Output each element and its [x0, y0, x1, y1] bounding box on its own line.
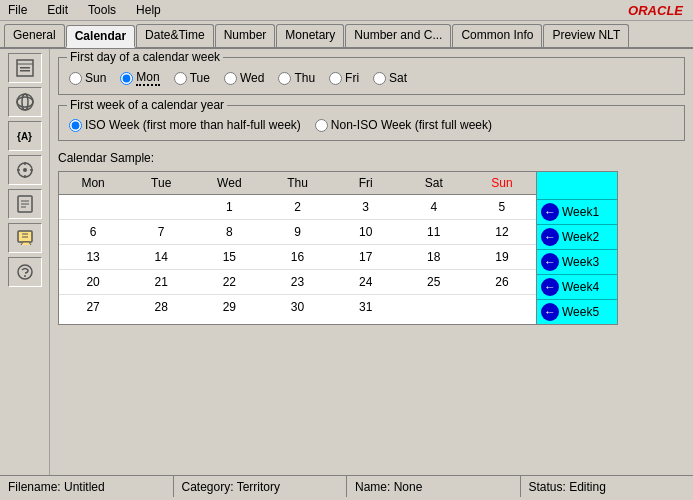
tab-preview-nlt[interactable]: Preview NLT — [543, 24, 629, 47]
sidebar-btn-6[interactable] — [8, 223, 42, 253]
cal-cell-r4-1: 20 — [59, 270, 127, 294]
cal-cell-r4-4: 23 — [263, 270, 331, 294]
cal-header-thu: Thu — [263, 172, 331, 194]
tab-datetime[interactable]: Date&Time — [136, 24, 214, 47]
tab-calendar[interactable]: Calendar — [66, 25, 135, 48]
radio-sat[interactable]: Sat — [373, 71, 407, 85]
cal-cell-r1-3: 1 — [195, 195, 263, 219]
cal-cell-r3-5: 17 — [332, 245, 400, 269]
cal-header-fri: Fri — [332, 172, 400, 194]
cal-cell-r5-3: 29 — [195, 295, 263, 319]
week-arrow-2: ← — [541, 228, 559, 246]
radio-non-iso-week[interactable]: Non-ISO Week (first full week) — [315, 118, 492, 132]
content-area: First day of a calendar week Sun Mon Tue… — [50, 49, 693, 475]
first-week-title: First week of a calendar year — [67, 98, 227, 112]
week-arrow-1: ← — [541, 203, 559, 221]
week-item-2[interactable]: ← Week2 — [537, 225, 617, 250]
cal-cell-r2-6: 11 — [400, 220, 468, 244]
cal-cell-r2-7: 12 — [468, 220, 536, 244]
status-filename: Filename: Untitled — [0, 476, 174, 497]
tab-bar: General Calendar Date&Time Number Moneta… — [0, 21, 693, 49]
svg-rect-2 — [20, 67, 30, 69]
cal-cell-r5-1: 27 — [59, 295, 127, 319]
radio-sun[interactable]: Sun — [69, 71, 106, 85]
cal-cell-r4-5: 24 — [332, 270, 400, 294]
sidebar-btn-3[interactable]: {A} — [8, 121, 42, 151]
week-arrow-3: ← — [541, 253, 559, 271]
menu-file[interactable]: File — [4, 2, 31, 18]
cal-cell-r3-1: 13 — [59, 245, 127, 269]
sidebar-btn-5[interactable] — [8, 189, 42, 219]
first-week-radio-row: ISO Week (first more than half-full week… — [69, 114, 674, 132]
cal-cell-r2-5: 10 — [332, 220, 400, 244]
cal-cell-r5-2: 28 — [127, 295, 195, 319]
cal-row-5: 27 28 29 30 31 — [59, 295, 536, 319]
status-editing: Status: Editing — [521, 476, 694, 497]
radio-sun-label: Sun — [85, 71, 106, 85]
cal-cell-r3-6: 18 — [400, 245, 468, 269]
cal-header-mon: Mon — [59, 172, 127, 194]
sidebar-btn-2[interactable] — [8, 87, 42, 117]
week-arrow-5: ← — [541, 303, 559, 321]
cal-cell-r1-7: 5 — [468, 195, 536, 219]
radio-non-iso-week-label: Non-ISO Week (first full week) — [331, 118, 492, 132]
tab-general[interactable]: General — [4, 24, 65, 47]
radio-fri-label: Fri — [345, 71, 359, 85]
cal-cell-r4-6: 25 — [400, 270, 468, 294]
week-label-2: Week2 — [562, 230, 599, 244]
week-label-1: Week1 — [562, 205, 599, 219]
tab-common-info[interactable]: Common Info — [452, 24, 542, 47]
cal-row-2: 6 7 8 9 10 11 12 — [59, 220, 536, 245]
tab-number-c[interactable]: Number and C... — [345, 24, 451, 47]
svg-point-4 — [17, 97, 33, 107]
tab-number[interactable]: Number — [215, 24, 276, 47]
week-item-1[interactable]: ← Week1 — [537, 200, 617, 225]
menu-tools[interactable]: Tools — [84, 2, 120, 18]
sidebar: {A} — [0, 49, 50, 475]
menu-edit[interactable]: Edit — [43, 2, 72, 18]
cal-header-tue: Tue — [127, 172, 195, 194]
cal-cell-r2-2: 7 — [127, 220, 195, 244]
radio-fri[interactable]: Fri — [329, 71, 359, 85]
sidebar-btn-4[interactable] — [8, 155, 42, 185]
status-category: Category: Territory — [174, 476, 348, 497]
radio-iso-week[interactable]: ISO Week (first more than half-full week… — [69, 118, 301, 132]
radio-sat-label: Sat — [389, 71, 407, 85]
week-item-5[interactable]: ← Week5 — [537, 300, 617, 324]
sidebar-btn-1[interactable] — [8, 53, 42, 83]
radio-tue[interactable]: Tue — [174, 71, 210, 85]
cal-cell-r5-7 — [468, 295, 536, 319]
week-label-3: Week3 — [562, 255, 599, 269]
first-day-group: First day of a calendar week Sun Mon Tue… — [58, 57, 685, 95]
radio-mon-label: Mon — [136, 70, 159, 86]
radio-wed[interactable]: Wed — [224, 71, 264, 85]
cal-cell-r5-4: 30 — [263, 295, 331, 319]
week-item-4[interactable]: ← Week4 — [537, 275, 617, 300]
status-name: Name: None — [347, 476, 521, 497]
first-day-title: First day of a calendar week — [67, 50, 223, 64]
cal-row-4: 20 21 22 23 24 25 26 — [59, 270, 536, 295]
week-label-5: Week5 — [562, 305, 599, 319]
week-label-4: Week4 — [562, 280, 599, 294]
calendar-sample-label: Calendar Sample: — [58, 151, 685, 165]
calendar-grid: Mon Tue Wed Thu Fri Sat Sun 1 2 3 — [59, 172, 537, 324]
menu-help[interactable]: Help — [132, 2, 165, 18]
week-column: ← Week1 ← Week2 ← Week3 ← Week4 ← Week — [537, 172, 617, 324]
radio-tue-label: Tue — [190, 71, 210, 85]
first-day-radio-row: Sun Mon Tue Wed Thu — [69, 66, 674, 86]
svg-point-8 — [23, 168, 27, 172]
tab-monetary[interactable]: Monetary — [276, 24, 344, 47]
cal-cell-r1-4: 2 — [263, 195, 331, 219]
sidebar-btn-7[interactable] — [8, 257, 42, 287]
radio-wed-label: Wed — [240, 71, 264, 85]
radio-thu[interactable]: Thu — [278, 71, 315, 85]
cal-cell-r4-3: 22 — [195, 270, 263, 294]
cal-header-sat: Sat — [400, 172, 468, 194]
calendar-container: Mon Tue Wed Thu Fri Sat Sun 1 2 3 — [58, 171, 618, 325]
cal-cell-r5-5: 31 — [332, 295, 400, 319]
calendar-header-row: Mon Tue Wed Thu Fri Sat Sun — [59, 172, 536, 195]
menu-items: File Edit Tools Help — [4, 2, 165, 18]
svg-point-21 — [24, 275, 26, 277]
week-item-3[interactable]: ← Week3 — [537, 250, 617, 275]
radio-mon[interactable]: Mon — [120, 70, 159, 86]
